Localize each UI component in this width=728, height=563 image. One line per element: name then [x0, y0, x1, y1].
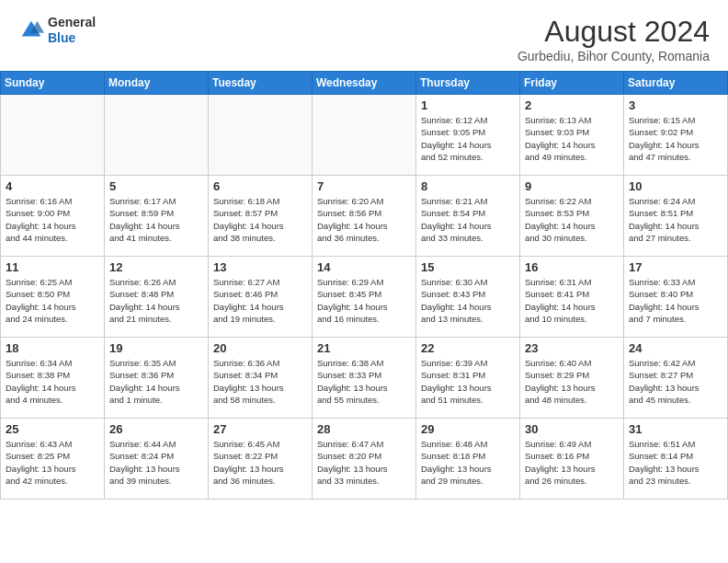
day-number: 4 — [6, 179, 99, 193]
day-info: Sunrise: 6:22 AM Sunset: 8:53 PM Dayligh… — [525, 195, 619, 244]
day-info: Sunrise: 6:43 AM Sunset: 8:25 PM Dayligh… — [6, 438, 99, 487]
day-info: Sunrise: 6:12 AM Sunset: 9:05 PM Dayligh… — [421, 114, 515, 163]
calendar-day: 5Sunrise: 6:17 AM Sunset: 8:59 PM Daylig… — [105, 176, 209, 257]
day-info: Sunrise: 6:42 AM Sunset: 8:27 PM Dayligh… — [629, 357, 722, 406]
day-info: Sunrise: 6:51 AM Sunset: 8:14 PM Dayligh… — [629, 438, 722, 487]
calendar-day: 14Sunrise: 6:29 AM Sunset: 8:45 PM Dayli… — [313, 257, 416, 338]
day-info: Sunrise: 6:13 AM Sunset: 9:03 PM Dayligh… — [525, 114, 619, 163]
calendar-day: 12Sunrise: 6:26 AM Sunset: 8:48 PM Dayli… — [105, 257, 209, 338]
day-info: Sunrise: 6:20 AM Sunset: 8:56 PM Dayligh… — [317, 195, 411, 244]
calendar-day: 7Sunrise: 6:20 AM Sunset: 8:56 PM Daylig… — [313, 176, 416, 257]
calendar-day — [105, 95, 209, 176]
page-header: General Blue August 2024 Gurbediu, Bihor… — [0, 0, 728, 71]
calendar-day: 19Sunrise: 6:35 AM Sunset: 8:36 PM Dayli… — [105, 338, 209, 419]
calendar-week-4: 18Sunrise: 6:34 AM Sunset: 8:38 PM Dayli… — [1, 338, 728, 419]
day-info: Sunrise: 6:33 AM Sunset: 8:40 PM Dayligh… — [629, 276, 722, 325]
calendar-day: 30Sunrise: 6:49 AM Sunset: 8:16 PM Dayli… — [520, 419, 624, 500]
day-info: Sunrise: 6:18 AM Sunset: 8:57 PM Dayligh… — [213, 195, 307, 244]
day-info: Sunrise: 6:27 AM Sunset: 8:46 PM Dayligh… — [213, 276, 307, 325]
day-info: Sunrise: 6:25 AM Sunset: 8:50 PM Dayligh… — [6, 276, 99, 325]
day-number: 11 — [6, 260, 99, 274]
day-info: Sunrise: 6:44 AM Sunset: 8:24 PM Dayligh… — [109, 438, 203, 487]
day-info: Sunrise: 6:38 AM Sunset: 8:33 PM Dayligh… — [317, 357, 411, 406]
calendar-day: 9Sunrise: 6:22 AM Sunset: 8:53 PM Daylig… — [520, 176, 624, 257]
calendar-table: SundayMondayTuesdayWednesdayThursdayFrid… — [0, 71, 728, 500]
calendar-day: 21Sunrise: 6:38 AM Sunset: 8:33 PM Dayli… — [313, 338, 416, 419]
calendar-day — [313, 95, 416, 176]
day-number: 2 — [525, 98, 619, 112]
day-number: 29 — [421, 422, 515, 436]
calendar-day: 23Sunrise: 6:40 AM Sunset: 8:29 PM Dayli… — [520, 338, 624, 419]
day-number: 3 — [629, 98, 722, 112]
day-number: 19 — [109, 341, 203, 355]
day-number: 25 — [6, 422, 99, 436]
calendar-day: 8Sunrise: 6:21 AM Sunset: 8:54 PM Daylig… — [416, 176, 520, 257]
calendar-day: 29Sunrise: 6:48 AM Sunset: 8:18 PM Dayli… — [416, 419, 520, 500]
day-info: Sunrise: 6:34 AM Sunset: 8:38 PM Dayligh… — [6, 357, 99, 406]
day-info: Sunrise: 6:48 AM Sunset: 8:18 PM Dayligh… — [421, 438, 515, 487]
day-number: 17 — [629, 260, 722, 274]
title-block: August 2024 Gurbediu, Bihor County, Roma… — [518, 15, 710, 63]
day-number: 24 — [629, 341, 722, 355]
day-info: Sunrise: 6:47 AM Sunset: 8:20 PM Dayligh… — [317, 438, 411, 487]
weekday-header-saturday: Saturday — [624, 72, 728, 95]
day-number: 12 — [109, 260, 203, 274]
weekday-header-wednesday: Wednesday — [313, 72, 416, 95]
weekday-header-friday: Friday — [520, 72, 624, 95]
day-number: 8 — [421, 179, 515, 193]
weekday-header-thursday: Thursday — [416, 72, 520, 95]
calendar-day: 15Sunrise: 6:30 AM Sunset: 8:43 PM Dayli… — [416, 257, 520, 338]
calendar-day: 22Sunrise: 6:39 AM Sunset: 8:31 PM Dayli… — [416, 338, 520, 419]
calendar-day: 25Sunrise: 6:43 AM Sunset: 8:25 PM Dayli… — [1, 419, 105, 500]
day-number: 21 — [317, 341, 411, 355]
logo: General Blue — [18, 15, 96, 46]
day-info: Sunrise: 6:39 AM Sunset: 8:31 PM Dayligh… — [421, 357, 515, 406]
calendar-day: 10Sunrise: 6:24 AM Sunset: 8:51 PM Dayli… — [624, 176, 728, 257]
calendar-day: 2Sunrise: 6:13 AM Sunset: 9:03 PM Daylig… — [520, 95, 624, 176]
day-number: 15 — [421, 260, 515, 274]
calendar-week-5: 25Sunrise: 6:43 AM Sunset: 8:25 PM Dayli… — [1, 419, 728, 500]
weekday-header-tuesday: Tuesday — [209, 72, 313, 95]
day-info: Sunrise: 6:31 AM Sunset: 8:41 PM Dayligh… — [525, 276, 619, 325]
calendar-day: 6Sunrise: 6:18 AM Sunset: 8:57 PM Daylig… — [209, 176, 313, 257]
logo-icon — [18, 17, 44, 43]
day-number: 6 — [213, 179, 307, 193]
day-number: 14 — [317, 260, 411, 274]
day-info: Sunrise: 6:30 AM Sunset: 8:43 PM Dayligh… — [421, 276, 515, 325]
weekday-header-sunday: Sunday — [1, 72, 105, 95]
logo-blue-text: Blue — [48, 30, 96, 46]
day-info: Sunrise: 6:36 AM Sunset: 8:34 PM Dayligh… — [213, 357, 307, 406]
calendar-week-3: 11Sunrise: 6:25 AM Sunset: 8:50 PM Dayli… — [1, 257, 728, 338]
day-info: Sunrise: 6:24 AM Sunset: 8:51 PM Dayligh… — [629, 195, 722, 244]
day-info: Sunrise: 6:29 AM Sunset: 8:45 PM Dayligh… — [317, 276, 411, 325]
day-number: 18 — [6, 341, 99, 355]
day-number: 9 — [525, 179, 619, 193]
calendar-day: 17Sunrise: 6:33 AM Sunset: 8:40 PM Dayli… — [624, 257, 728, 338]
day-info: Sunrise: 6:49 AM Sunset: 8:16 PM Dayligh… — [525, 438, 619, 487]
calendar-day: 16Sunrise: 6:31 AM Sunset: 8:41 PM Dayli… — [520, 257, 624, 338]
calendar-week-2: 4Sunrise: 6:16 AM Sunset: 9:00 PM Daylig… — [1, 176, 728, 257]
calendar-day: 20Sunrise: 6:36 AM Sunset: 8:34 PM Dayli… — [209, 338, 313, 419]
location: Gurbediu, Bihor County, Romania — [518, 49, 710, 63]
calendar-day: 24Sunrise: 6:42 AM Sunset: 8:27 PM Dayli… — [624, 338, 728, 419]
month-year: August 2024 — [518, 15, 710, 49]
day-number: 30 — [525, 422, 619, 436]
calendar-day: 13Sunrise: 6:27 AM Sunset: 8:46 PM Dayli… — [209, 257, 313, 338]
calendar-day: 11Sunrise: 6:25 AM Sunset: 8:50 PM Dayli… — [1, 257, 105, 338]
day-info: Sunrise: 6:21 AM Sunset: 8:54 PM Dayligh… — [421, 195, 515, 244]
calendar-week-1: 1Sunrise: 6:12 AM Sunset: 9:05 PM Daylig… — [1, 95, 728, 176]
calendar-day: 28Sunrise: 6:47 AM Sunset: 8:20 PM Dayli… — [313, 419, 416, 500]
day-number: 16 — [525, 260, 619, 274]
day-number: 1 — [421, 98, 515, 112]
calendar-day: 18Sunrise: 6:34 AM Sunset: 8:38 PM Dayli… — [1, 338, 105, 419]
weekday-header-row: SundayMondayTuesdayWednesdayThursdayFrid… — [1, 72, 728, 95]
day-number: 31 — [629, 422, 722, 436]
calendar-day: 31Sunrise: 6:51 AM Sunset: 8:14 PM Dayli… — [624, 419, 728, 500]
day-number: 28 — [317, 422, 411, 436]
day-info: Sunrise: 6:45 AM Sunset: 8:22 PM Dayligh… — [213, 438, 307, 487]
logo-general-text: General — [48, 15, 96, 30]
calendar-day: 3Sunrise: 6:15 AM Sunset: 9:02 PM Daylig… — [624, 95, 728, 176]
day-info: Sunrise: 6:26 AM Sunset: 8:48 PM Dayligh… — [109, 276, 203, 325]
day-number: 5 — [109, 179, 203, 193]
day-number: 13 — [213, 260, 307, 274]
